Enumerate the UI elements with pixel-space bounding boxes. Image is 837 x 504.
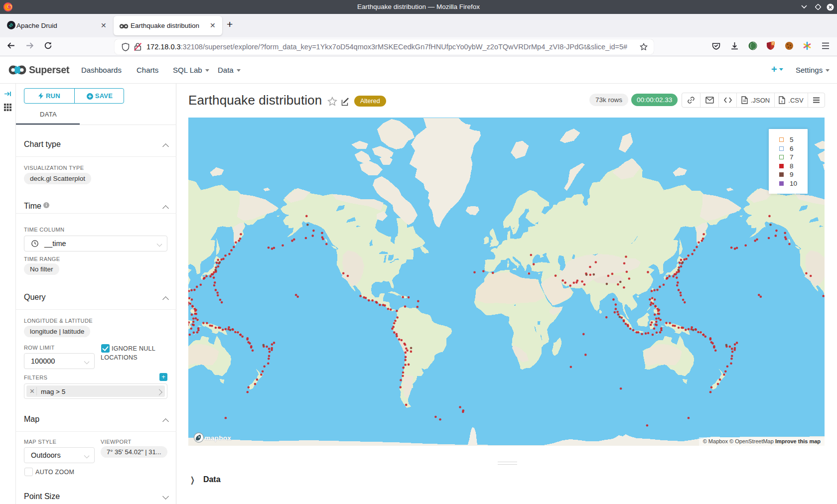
svg-text:mapbox: mapbox	[205, 434, 232, 442]
svg-text:x: x	[781, 100, 783, 103]
svg-text:2: 2	[772, 41, 774, 45]
